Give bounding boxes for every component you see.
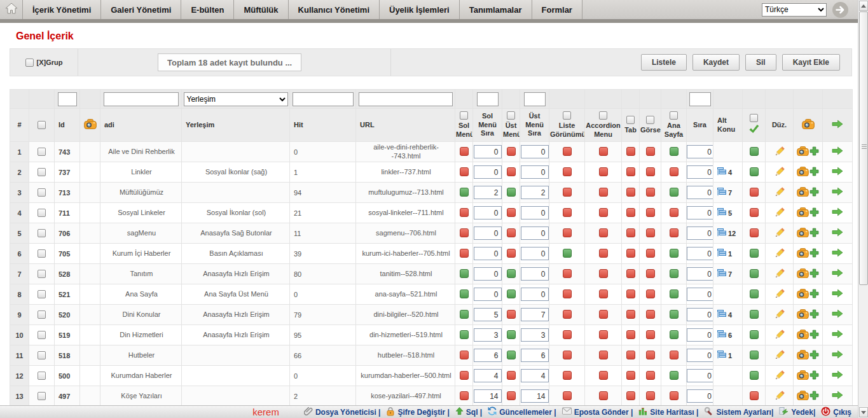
tab-toggle[interactable] [626,228,635,237]
plus-icon[interactable] [809,207,819,217]
durum-toggle[interactable] [750,167,759,176]
row-checkbox[interactable] [38,372,46,380]
home-button[interactable] [0,0,23,19]
sira-input[interactable] [687,389,713,403]
camera-icon[interactable] [797,330,809,339]
ust-menu-sira-input[interactable] [521,349,549,362]
plus-icon[interactable] [809,146,819,156]
row-checkbox[interactable] [38,270,46,278]
gorsel-toggle[interactable] [646,208,655,217]
liste-gorunumu-toggle[interactable] [563,147,572,156]
camera-icon[interactable] [797,350,809,359]
sol-menu-sira-input[interactable] [474,288,502,301]
camera-icon[interactable] [797,289,809,298]
pencil-icon[interactable] [774,390,785,401]
filter-ust-sira-input[interactable] [524,92,546,106]
ana-sayfa-header-checkbox[interactable] [670,111,678,120]
row-checkbox[interactable] [38,229,46,237]
gorsel-toggle[interactable] [646,249,655,258]
sira-input[interactable] [687,349,713,362]
durum-toggle[interactable] [750,147,759,156]
ana-sayfa-toggle[interactable] [670,249,679,258]
durum-toggle[interactable] [750,330,759,339]
row-checkbox[interactable] [38,168,46,176]
camera-icon[interactable] [797,228,809,237]
sol-menu-sira-input[interactable] [474,206,502,219]
plus-icon[interactable] [809,330,819,339]
sira-input[interactable] [687,267,713,281]
green-arrow-icon[interactable] [832,268,843,277]
sol-menu-toggle[interactable] [460,289,469,298]
green-arrow-icon[interactable] [832,370,843,379]
toolbar-button-kayıt-ekle[interactable]: Kayıt Ekle [782,54,840,71]
sol-menu-sira-input[interactable] [474,226,502,240]
durum-toggle[interactable] [750,289,759,298]
ust-menu-toggle[interactable] [507,351,516,359]
durum-toggle[interactable] [750,208,759,217]
filter-sira-input[interactable] [689,92,711,106]
scroll-up-arrow[interactable] [859,1,868,11]
gorsel-header-checkbox[interactable] [646,116,654,124]
nav-item-5[interactable]: Üyelik İşlemleri [380,0,460,19]
nav-item-4[interactable]: Kullanıcı Yönetimi [289,0,380,19]
liste-gorunumu-toggle[interactable] [563,351,572,359]
sira-input[interactable] [687,308,713,321]
gorsel-toggle[interactable] [646,289,655,298]
ust-menu-sira-input[interactable] [521,165,549,179]
green-arrow-icon[interactable] [832,350,843,359]
ana-sayfa-toggle[interactable] [670,188,679,197]
pencil-icon[interactable] [774,288,785,300]
sol-menu-sira-input[interactable] [474,328,502,342]
sol-menu-sira-input[interactable] [474,389,502,403]
ust-menu-toggle[interactable] [507,391,516,400]
sol-menu-toggle[interactable] [460,371,469,380]
nav-item-0[interactable]: İçerik Yönetimi [23,0,101,19]
ana-sayfa-toggle[interactable] [670,310,679,319]
ust-menu-sira-input[interactable] [521,328,549,342]
green-arrow-icon[interactable] [832,309,843,318]
green-arrow-icon[interactable] [832,167,843,176]
accordion-menu-toggle[interactable] [599,391,608,400]
ust-menu-toggle[interactable] [507,371,516,380]
liste-gorunumu-header-checkbox[interactable] [563,111,571,120]
sira-input[interactable] [687,369,713,382]
nav-item-3[interactable]: Müftülük [234,0,288,19]
gorsel-toggle[interactable] [646,310,655,319]
green-arrow-icon[interactable] [832,187,843,196]
ust-menu-toggle[interactable] [507,269,516,278]
sira-input[interactable] [687,288,713,301]
gorsel-toggle[interactable] [646,228,655,237]
accordion-menu-toggle[interactable] [599,147,608,156]
sol-menu-sira-input[interactable] [474,145,502,158]
tab-header-checkbox[interactable] [626,116,635,124]
sol-menu-sira-input[interactable] [474,349,502,362]
ust-menu-toggle[interactable] [507,289,516,298]
plus-icon[interactable] [809,248,819,258]
plus-icon[interactable] [809,289,819,298]
nav-item-6[interactable]: Tanımlamalar [460,0,532,19]
liste-gorunumu-toggle[interactable] [563,208,572,217]
ust-menu-toggle[interactable] [507,249,516,258]
tab-toggle[interactable] [626,208,635,217]
ust-menu-toggle[interactable] [507,167,516,176]
pencil-icon[interactable] [774,247,785,259]
nav-item-1[interactable]: Galeri Yönetimi [101,0,181,19]
language-select[interactable]: Türkçe [762,3,827,17]
subitems-link[interactable]: 7 [717,269,732,279]
vertical-scrollbar[interactable] [858,0,868,418]
subitems-link[interactable]: 4 [717,310,732,320]
pencil-icon[interactable] [774,166,785,178]
liste-gorunumu-toggle[interactable] [563,269,572,278]
filter-hit-input[interactable] [293,92,354,106]
sira-input[interactable] [687,328,713,342]
sol-menu-toggle[interactable] [460,228,469,237]
nav-item-7[interactable]: Formlar [532,0,582,19]
sira-input[interactable] [687,186,713,199]
filter-id-input[interactable] [58,92,77,106]
accordion-menu-toggle[interactable] [599,269,608,278]
plus-icon[interactable] [809,228,819,237]
pencil-icon[interactable] [774,370,785,381]
sol-menu-toggle[interactable] [460,391,469,400]
scrollbar-thumb[interactable] [859,11,868,285]
footer-link-1[interactable]: Şifre Değiştir | [386,407,449,418]
